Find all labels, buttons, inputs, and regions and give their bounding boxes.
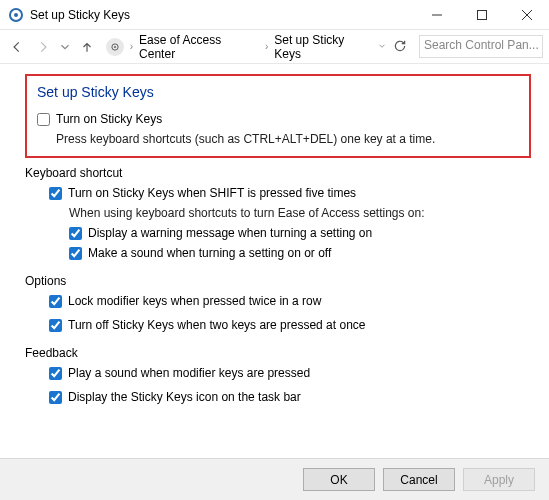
taskbar-icon-row[interactable]: Display the Sticky Keys icon on the task… (49, 390, 531, 404)
search-input[interactable]: Search Control Pan... (419, 35, 543, 58)
shift-five-times-row[interactable]: Turn on Sticky Keys when SHIFT is presse… (49, 186, 531, 200)
options-section: Options Lock modifier keys when pressed … (25, 274, 531, 332)
breadcrumb-sticky-keys[interactable]: Set up Sticky Keys (274, 33, 373, 61)
nav-toolbar: › Ease of Access Center › Set up Sticky … (0, 30, 549, 64)
breadcrumb-separator-icon: › (128, 41, 135, 52)
address-dropdown-icon[interactable] (377, 41, 387, 53)
main-toggle-section: Set up Sticky Keys Turn on Sticky Keys P… (25, 74, 531, 158)
turn-off-two-keys-row[interactable]: Turn off Sticky Keys when two keys are p… (49, 318, 531, 332)
feedback-section: Feedback Play a sound when modifier keys… (25, 346, 531, 404)
make-sound-row[interactable]: Make a sound when turning a setting on o… (69, 246, 531, 260)
page-heading: Set up Sticky Keys (37, 84, 519, 100)
control-panel-icon (8, 7, 24, 23)
svg-rect-3 (477, 10, 486, 19)
breadcrumb: › Ease of Access Center › Set up Sticky … (106, 33, 373, 61)
content-area: Set up Sticky Keys Turn on Sticky Keys P… (0, 64, 549, 404)
cancel-button[interactable]: Cancel (383, 468, 455, 491)
footer: OK Cancel Apply (0, 458, 549, 500)
shift-five-times-checkbox[interactable] (49, 187, 62, 200)
taskbar-icon-checkbox[interactable] (49, 391, 62, 404)
refresh-button[interactable] (393, 39, 407, 55)
minimize-button[interactable] (414, 1, 459, 29)
ease-of-access-subdesc: When using keyboard shortcuts to turn Ea… (69, 206, 531, 220)
turn-on-sticky-keys-checkbox[interactable] (37, 113, 50, 126)
svg-point-1 (14, 13, 18, 17)
turn-off-two-keys-label: Turn off Sticky Keys when two keys are p… (68, 318, 365, 332)
display-warning-row[interactable]: Display a warning message when turning a… (69, 226, 531, 240)
taskbar-icon-label: Display the Sticky Keys icon on the task… (68, 390, 301, 404)
ok-button[interactable]: OK (303, 468, 375, 491)
make-sound-checkbox[interactable] (69, 247, 82, 260)
display-warning-label: Display a warning message when turning a… (88, 226, 372, 240)
play-sound-checkbox[interactable] (49, 367, 62, 380)
close-button[interactable] (504, 1, 549, 29)
control-panel-home-icon[interactable] (106, 38, 124, 56)
apply-button[interactable]: Apply (463, 468, 535, 491)
keyboard-shortcut-title: Keyboard shortcut (25, 166, 531, 180)
up-button[interactable] (76, 36, 98, 58)
keyboard-shortcut-section: Keyboard shortcut Turn on Sticky Keys wh… (25, 166, 531, 260)
turn-off-two-keys-checkbox[interactable] (49, 319, 62, 332)
play-sound-label: Play a sound when modifier keys are pres… (68, 366, 310, 380)
recent-dropdown-icon[interactable] (58, 36, 72, 58)
maximize-button[interactable] (459, 1, 504, 29)
svg-point-7 (114, 46, 116, 48)
feedback-title: Feedback (25, 346, 531, 360)
forward-button[interactable] (32, 36, 54, 58)
display-warning-checkbox[interactable] (69, 227, 82, 240)
sticky-keys-description: Press keyboard shortcuts (such as CTRL+A… (56, 132, 519, 146)
lock-modifiers-label: Lock modifier keys when pressed twice in… (68, 294, 321, 308)
turn-on-sticky-keys-label: Turn on Sticky Keys (56, 112, 162, 126)
breadcrumb-ease-of-access[interactable]: Ease of Access Center (139, 33, 259, 61)
window-controls (414, 1, 549, 29)
turn-on-sticky-keys-row[interactable]: Turn on Sticky Keys (37, 112, 519, 126)
back-button[interactable] (6, 36, 28, 58)
lock-modifiers-row[interactable]: Lock modifier keys when pressed twice in… (49, 294, 531, 308)
options-title: Options (25, 274, 531, 288)
window-title: Set up Sticky Keys (30, 8, 414, 22)
shift-five-times-label: Turn on Sticky Keys when SHIFT is presse… (68, 186, 356, 200)
lock-modifiers-checkbox[interactable] (49, 295, 62, 308)
titlebar: Set up Sticky Keys (0, 0, 549, 30)
breadcrumb-separator-icon: › (263, 41, 270, 52)
play-sound-row[interactable]: Play a sound when modifier keys are pres… (49, 366, 531, 380)
make-sound-label: Make a sound when turning a setting on o… (88, 246, 331, 260)
